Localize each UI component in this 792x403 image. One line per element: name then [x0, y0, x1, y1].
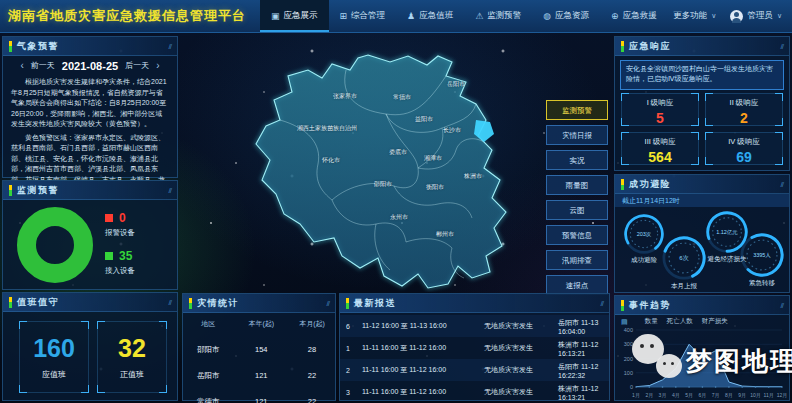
layer-disaster-daily[interactable]: 灾情日报 [546, 125, 608, 145]
layer-cloud-map[interactable]: 云图 [546, 200, 608, 220]
map-city-label[interactable]: 长沙市 [443, 126, 461, 135]
report-index: 1 [346, 345, 362, 352]
panel-deco: // [169, 186, 171, 195]
nav-monitoring-warning[interactable]: ⚠监测预警 [464, 0, 532, 32]
corner-bracket [621, 132, 629, 140]
panel-accent [346, 298, 349, 309]
response-level-value: 2 [706, 110, 782, 126]
response-notice-banner[interactable]: 安化县全溶镇周沙园村白山寺一组发生地质灾害险情，已启动Ⅳ级应急响应。 [620, 60, 784, 90]
corner-bracket [97, 321, 105, 329]
gauge-value: 3395人 [739, 232, 785, 278]
next-day-button[interactable]: 后一天 [125, 60, 149, 71]
stats-cell: 154 [234, 345, 289, 355]
next-arrow-icon[interactable]: › [156, 60, 159, 71]
map-city-label[interactable]: 岳阳市 [447, 80, 465, 89]
nav-emergency-display[interactable]: ▣应急展示 [260, 0, 329, 32]
legend-item[interactable]: 死亡人数 [667, 317, 693, 326]
top-bar: 湖南省地质灾害应急救援信息管理平台 ▣应急展示⊞综合管理♟应急值班⚠监测预警◍应… [0, 0, 792, 33]
map-city-label[interactable]: 湘潭市 [424, 154, 442, 163]
map-city-label[interactable]: 怀化市 [322, 156, 340, 165]
dashboard: 湖南省地质灾害应急救援信息管理平台 ▣应急展示⊞综合管理♟应急值班⚠监测预警◍应… [0, 0, 792, 403]
corner-bracket [81, 321, 89, 329]
nav-label: 应急救援 [623, 10, 657, 22]
nav-emergency-duty[interactable]: ♟应急值班 [396, 0, 464, 32]
nav-emergency-resources[interactable]: ◍应急资源 [532, 0, 600, 32]
map-city-label[interactable]: 常德市 [393, 93, 411, 102]
warning-icon: ⚠ [475, 11, 483, 21]
legend-item[interactable]: 数量 [645, 317, 658, 326]
response-level-card: I 级响应5 [621, 93, 699, 126]
list-item[interactable]: 211-11 16:00 至 11-12 16:00无地质灾害发生岳阳市 11-… [340, 359, 609, 381]
panel-title: 值班值守 [17, 296, 59, 309]
layer-live[interactable]: 实况 [546, 150, 608, 170]
weather-warning-text: 根据地质灾害发生规律和孕灾条件，结合2021年8月25日短期气象预报情况，省自然… [3, 75, 177, 180]
map-city-label[interactable]: 衡阳市 [426, 183, 444, 192]
corner-bracket [97, 385, 105, 393]
panel-accent [9, 41, 12, 52]
panel-deco: // [601, 299, 603, 308]
panel-accent [621, 179, 624, 190]
map-city-label[interactable]: 永州市 [390, 213, 408, 222]
duty-stat-box: 160应值班 [19, 321, 89, 393]
as-of-date: 截止11月14日12时 [615, 194, 789, 207]
layer-warning-info[interactable]: 预警信息 [546, 225, 608, 245]
corner-bracket [19, 385, 27, 393]
table-row: 邵阳市15428 [183, 345, 335, 355]
response-level-value: 564 [622, 149, 698, 165]
latest-report-panel: 最新报送 // 611-12 16:00 至 11-13 16:00无地质灾害发… [339, 293, 610, 401]
user-name: 管理员 [747, 10, 773, 22]
nav-label: 监测预警 [487, 10, 521, 22]
stats-cell: 22 [289, 371, 335, 381]
list-item[interactable]: 611-12 16:00 至 11-13 16:00无地质灾害发生岳阳市 11-… [340, 315, 609, 337]
map-city-label[interactable]: 株洲市 [464, 172, 482, 181]
duty-value: 160 [20, 334, 88, 363]
device-legend-item: 35接入设备 [105, 249, 135, 276]
corner-bracket [81, 385, 89, 393]
map-city-label[interactable]: 益阳市 [415, 115, 433, 124]
response-level-card: III 级响应564 [621, 132, 699, 165]
nav-comprehensive-management[interactable]: ⊞综合管理 [329, 0, 397, 32]
response-level-label: II 级响应 [706, 98, 782, 108]
layer-monitoring-warning[interactable]: 监测预警 [546, 100, 608, 120]
nav-emergency-rescue[interactable]: ⊕应急救援 [600, 0, 668, 32]
prev-arrow-icon[interactable]: ‹ [21, 60, 24, 71]
corner-bracket [19, 321, 27, 329]
response-level-grid: I 级响应5II 级响应2III 级响应564IV 级响应69 [621, 93, 783, 165]
prev-day-button[interactable]: 前一天 [31, 60, 55, 71]
report-list: 611-12 16:00 至 11-13 16:00无地质灾害发生岳阳市 11-… [340, 315, 609, 403]
duty-icon: ♟ [407, 11, 415, 21]
user-menu[interactable]: 管理员 ∨ [730, 10, 782, 23]
device-count: 0 [119, 211, 126, 225]
nav-label: 综合管理 [351, 10, 385, 22]
map-area[interactable]: 张家界市常德市岳阳市益阳市长沙市湘西土家族苗族自治州怀化市娄底市湘潭市株洲市邵阳… [180, 32, 612, 292]
report-index: 2 [346, 367, 362, 374]
resource-icon: ◍ [543, 11, 551, 21]
list-item[interactable]: 311-11 16:00 至 11-12 16:00无地质灾害发生株洲市 11-… [340, 381, 609, 403]
map-city-label[interactable]: 邵阳市 [374, 180, 392, 189]
layer-flood-inspection[interactable]: 汛期排查 [546, 250, 608, 270]
map-city-label[interactable]: 湘西土家族苗族自治州 [297, 124, 357, 133]
report-source: 岳阳市 11-13 16:04:00 [558, 318, 603, 335]
legend-item[interactable]: 财产损失 [702, 317, 728, 326]
svg-text:200: 200 [624, 356, 633, 362]
date-navigator: ‹ 前一天 2021-08-25 后一天 › [3, 56, 177, 75]
corner-bracket [691, 93, 699, 101]
report-status: 无地质灾害发生 [484, 343, 558, 353]
list-item[interactable]: 111-11 16:00 至 11-12 16:00无地质灾害发生株洲市 11-… [340, 337, 609, 359]
layer-rainfall-map[interactable]: 雨量图 [546, 175, 608, 195]
nav-label: 应急值班 [419, 10, 453, 22]
response-level-label: III 级响应 [622, 137, 698, 147]
corner-bracket [775, 132, 783, 140]
response-level-label: IV 级响应 [706, 137, 782, 147]
gauge-1: 203次成功避险 [623, 213, 665, 255]
map-city-label[interactable]: 郴州市 [436, 230, 454, 239]
weather-panel: 气象预警 // ‹ 前一天 2021-08-25 后一天 › 根据地质灾害发生规… [2, 36, 178, 178]
map-city-label[interactable]: 娄底市 [389, 148, 407, 157]
chart-toolbox-icon[interactable]: ▤ [621, 318, 628, 326]
layer-quick-report[interactable]: 速报点 [546, 275, 608, 295]
map-city-label[interactable]: 张家界市 [333, 92, 357, 101]
more-functions-menu[interactable]: 更多功能 ∨ [673, 10, 716, 22]
panel-deco: // [781, 180, 783, 189]
report-status: 无地质灾害发生 [484, 365, 558, 375]
corner-bracket [775, 118, 783, 126]
